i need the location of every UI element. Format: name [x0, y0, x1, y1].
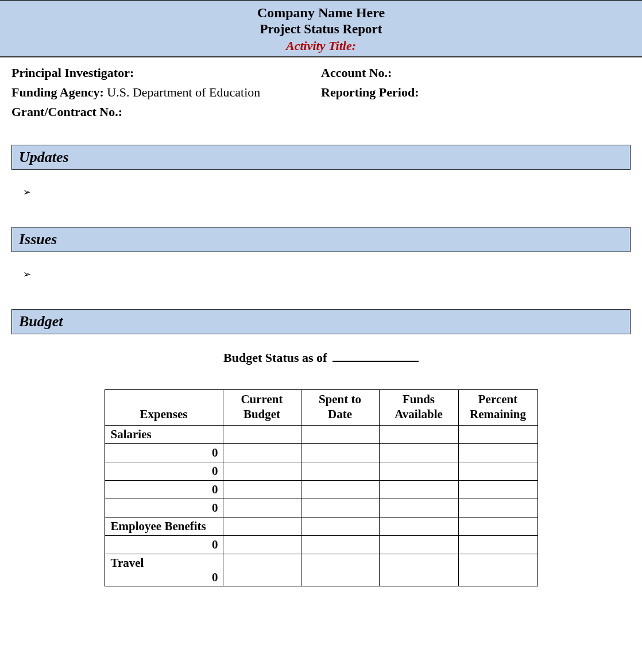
- account-row: Account No.:: [321, 65, 631, 80]
- cell: [223, 462, 301, 480]
- cell: [223, 517, 301, 535]
- row-zero: 0: [105, 535, 223, 554]
- cell: [223, 554, 301, 586]
- cell: [301, 443, 379, 462]
- th-cb-l2: Budget: [243, 407, 280, 421]
- cell: [301, 517, 379, 535]
- th-sp-l1: Spent to: [319, 392, 361, 406]
- row-label-combo: Travel 0: [105, 554, 223, 586]
- section-budget: Budget: [11, 309, 631, 334]
- pi-label: Principal Investigator:: [11, 65, 134, 80]
- cell: [379, 443, 458, 462]
- th-fa-l2: Available: [395, 407, 443, 421]
- metadata-block: Principal Investigator: Funding Agency: …: [0, 57, 642, 124]
- combo-label: Travel: [111, 556, 144, 570]
- cell: [223, 480, 301, 499]
- th-sp-l2: Date: [328, 407, 352, 421]
- banner-header: Company Name Here Project Status Report …: [0, 0, 642, 57]
- cell: [301, 535, 379, 554]
- grant-label: Grant/Contract No.:: [11, 105, 122, 119]
- table-row: Salaries: [105, 425, 537, 443]
- bullet-icon: ➢: [23, 269, 31, 280]
- combo-zero: 0: [111, 570, 218, 585]
- row-zero: 0: [105, 462, 223, 480]
- cell: [458, 462, 537, 480]
- cell: [223, 443, 301, 462]
- budget-table: Expenses CurrentBudget Spent toDate Fund…: [105, 389, 538, 586]
- period-row: Reporting Period:: [321, 85, 631, 100]
- table-row: 0: [105, 443, 537, 462]
- grant-row: Grant/Contract No.:: [11, 105, 321, 119]
- th-expenses: Expenses: [105, 390, 223, 425]
- cell: [458, 499, 537, 517]
- cell: [458, 480, 537, 499]
- th-cb-l1: Current: [241, 392, 283, 406]
- metadata-left-col: Principal Investigator: Funding Agency: …: [11, 65, 321, 124]
- th-current-budget: CurrentBudget: [223, 390, 301, 425]
- report-title: Project Status Report: [0, 21, 642, 38]
- table-row: 0: [105, 499, 537, 517]
- budget-status-label: Budget Status as of: [223, 350, 327, 365]
- cell: [223, 425, 301, 443]
- th-expenses-text: Expenses: [140, 407, 188, 421]
- cell: [379, 535, 458, 554]
- th-spent: Spent toDate: [301, 390, 379, 425]
- table-header-row: Expenses CurrentBudget Spent toDate Fund…: [105, 390, 537, 425]
- account-label: Account No.:: [321, 65, 392, 80]
- section-issues: Issues: [11, 227, 631, 252]
- funding-label: Funding Agency:: [11, 85, 104, 99]
- metadata-right-col: Account No.: Reporting Period:: [321, 65, 631, 124]
- cell: [301, 462, 379, 480]
- period-label: Reporting Period:: [321, 85, 419, 99]
- bullet-icon: ➢: [23, 187, 31, 198]
- budget-status-blank: [332, 361, 419, 362]
- th-pr-l1: Percent: [478, 392, 517, 406]
- cell: [379, 425, 458, 443]
- th-pr-l2: Remaining: [470, 407, 526, 421]
- funding-row: Funding Agency: U.S. Department of Educa…: [11, 85, 321, 100]
- cell: [379, 480, 458, 499]
- section-updates: Updates: [11, 145, 631, 170]
- budget-table-container: Expenses CurrentBudget Spent toDate Fund…: [0, 389, 642, 586]
- cell: [379, 517, 458, 535]
- pi-row: Principal Investigator:: [11, 65, 321, 80]
- cell: [458, 443, 537, 462]
- row-label: Salaries: [105, 425, 223, 443]
- row-zero: 0: [105, 443, 223, 462]
- table-row: 0: [105, 535, 537, 554]
- issues-content: ➢: [0, 252, 642, 286]
- cell: [301, 425, 379, 443]
- cell: [301, 499, 379, 517]
- row-zero: 0: [105, 499, 223, 517]
- table-row: 0: [105, 462, 537, 480]
- th-percent: PercentRemaining: [458, 390, 537, 425]
- budget-status-line: Budget Status as of: [0, 350, 642, 365]
- cell: [301, 554, 379, 586]
- cell: [379, 554, 458, 586]
- cell: [301, 480, 379, 499]
- activity-title-label: Activity Title:: [0, 38, 642, 55]
- updates-content: ➢: [0, 170, 642, 204]
- cell: [458, 535, 537, 554]
- row-zero: 0: [105, 480, 223, 499]
- table-row: Travel 0: [105, 554, 537, 586]
- cell: [458, 554, 537, 586]
- company-name: Company Name Here: [0, 4, 642, 21]
- th-fa-l1: Funds: [403, 392, 435, 406]
- row-label: Employee Benefits: [105, 517, 223, 535]
- cell: [223, 535, 301, 554]
- th-funds: FundsAvailable: [379, 390, 458, 425]
- budget-table-body: Salaries 0 0 0 0 Employee Benefits 0 Tra…: [105, 425, 537, 586]
- funding-value: U.S. Department of Education: [107, 85, 260, 99]
- cell: [379, 499, 458, 517]
- table-row: Employee Benefits: [105, 517, 537, 535]
- table-row: 0: [105, 480, 537, 499]
- cell: [458, 425, 537, 443]
- cell: [379, 462, 458, 480]
- cell: [223, 499, 301, 517]
- cell: [458, 517, 537, 535]
